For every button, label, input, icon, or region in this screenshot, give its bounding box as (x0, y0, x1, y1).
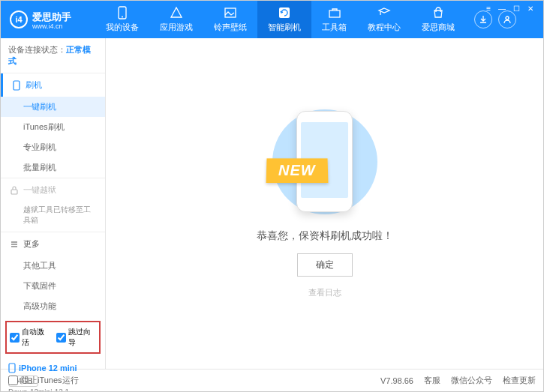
svg-point-5 (506, 16, 509, 19)
ok-button[interactable]: 确定 (297, 253, 353, 277)
svg-point-1 (122, 16, 123, 18)
titlebar: i4 爱思助手 www.i4.cn 我的设备 应用游戏 铃声壁纸 智能刷机 工具… (1, 1, 543, 38)
device-name: iPhone 12 mini (8, 363, 98, 373)
success-message: 恭喜您，保资料刷机成功啦！ (257, 229, 393, 243)
phone-icon (8, 363, 16, 373)
svg-rect-3 (279, 7, 290, 18)
nav-apps[interactable]: 应用游戏 (149, 1, 203, 38)
sidebar-jailbreak-header[interactable]: 一键越狱 (1, 178, 105, 202)
jailbreak-note: 越狱工具已转移至工具箱 (1, 202, 105, 232)
block-itunes-checkbox[interactable]: 阻止iTunes运行 (8, 375, 79, 386)
logo-icon: i4 (10, 10, 28, 28)
sidebar-item-pro-flash[interactable]: 专业刷机 (1, 137, 105, 157)
app-url: www.i4.cn (32, 22, 71, 30)
apps-icon (170, 6, 183, 19)
window-controls: ≡ — ☐ ✕ (480, 1, 539, 16)
version-label: V7.98.66 (380, 376, 413, 385)
nav-store[interactable]: 爱思商城 (411, 1, 465, 38)
sidebar-item-batch-flash[interactable]: 批量刷机 (1, 157, 105, 178)
wallpaper-icon (224, 6, 237, 19)
options-highlight-box: 自动激活 跳过向导 (5, 321, 101, 354)
main-content: NEW 恭喜您，保资料刷机成功啦！ 确定 查看日志 (106, 38, 543, 369)
svg-rect-4 (329, 10, 340, 17)
nav-toolbox[interactable]: 工具箱 (311, 1, 357, 38)
wechat-link[interactable]: 微信公众号 (451, 375, 492, 386)
phone-icon (12, 80, 21, 91)
app-logo: i4 爱思助手 www.i4.cn (1, 10, 80, 30)
nav-flash[interactable]: 智能刷机 (257, 1, 311, 38)
svg-rect-6 (14, 81, 20, 90)
sidebar: 设备连接状态：正常模式 刷机 一键刷机 iTunes刷机 专业刷机 批量刷机 一… (1, 38, 106, 369)
sidebar-item-other-tools[interactable]: 其他工具 (1, 256, 105, 276)
nav-tutorials[interactable]: 教程中心 (357, 1, 411, 38)
lock-icon (10, 186, 19, 195)
nav-ringtones[interactable]: 铃声壁纸 (203, 1, 257, 38)
sidebar-more-header[interactable]: 更多 (1, 232, 105, 256)
sidebar-item-advanced[interactable]: 高级功能 (1, 296, 105, 316)
svg-rect-8 (9, 364, 15, 373)
toolbox-icon (328, 6, 341, 19)
device-icon (116, 6, 129, 19)
new-badge: NEW (266, 158, 328, 183)
connection-status: 设备连接状态：正常模式 (1, 38, 105, 73)
check-update-link[interactable]: 检查更新 (503, 375, 536, 386)
flash-icon (278, 6, 291, 19)
sidebar-item-oneclick-flash[interactable]: 一键刷机 (1, 97, 105, 117)
auto-activate-checkbox[interactable]: 自动激活 (10, 327, 50, 348)
nav-my-device[interactable]: 我的设备 (95, 1, 149, 38)
sidebar-item-itunes-flash[interactable]: iTunes刷机 (1, 117, 105, 137)
view-log-link[interactable]: 查看日志 (308, 287, 341, 298)
close-icon[interactable]: ✕ (527, 4, 533, 13)
sidebar-flash-header[interactable]: 刷机 (1, 73, 105, 97)
store-icon (431, 6, 445, 19)
minimize-icon[interactable]: — (498, 4, 506, 13)
main-nav: 我的设备 应用游戏 铃声壁纸 智能刷机 工具箱 教程中心 爱思商城 (95, 1, 465, 38)
app-name: 爱思助手 (32, 11, 71, 22)
menu-icon[interactable]: ≡ (486, 4, 491, 13)
tutorial-icon (377, 6, 391, 19)
skip-guide-checkbox[interactable]: 跳过向导 (56, 327, 97, 348)
device-info: Down-12mini-13,1 (8, 388, 98, 392)
svg-rect-7 (11, 190, 17, 194)
support-link[interactable]: 客服 (424, 375, 440, 386)
more-icon (10, 240, 19, 249)
sidebar-item-download-firmware[interactable]: 下载固件 (1, 276, 105, 296)
success-illustration: NEW (280, 109, 370, 214)
maximize-icon[interactable]: ☐ (513, 4, 520, 13)
